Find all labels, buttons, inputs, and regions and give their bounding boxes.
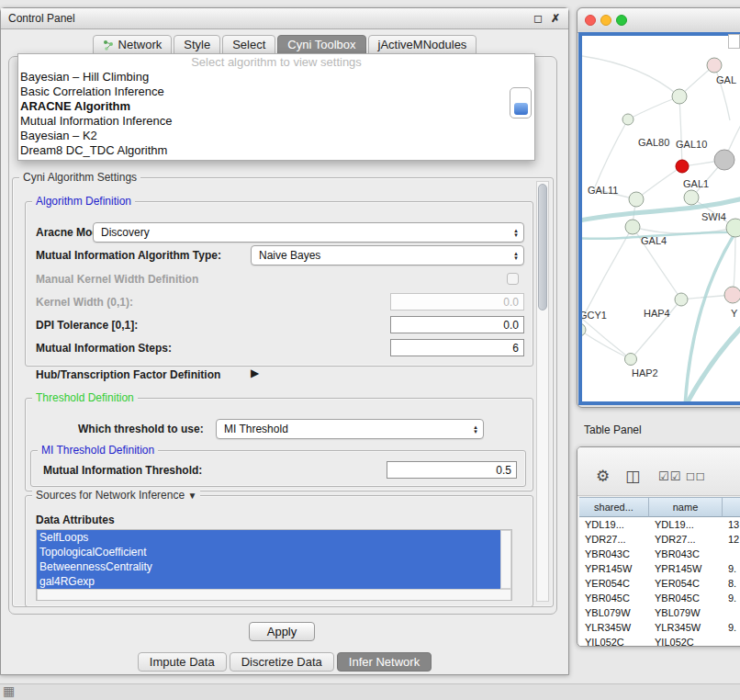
cell-name[interactable]: YBR043C bbox=[649, 547, 723, 561]
network-node[interactable] bbox=[625, 354, 637, 366]
attribute-item[interactable]: SelfLoops bbox=[37, 530, 503, 545]
algorithm-option[interactable]: Bayesian – Hill Climbing bbox=[18, 70, 534, 85]
table-row[interactable]: YER054C YER054C 8. bbox=[579, 576, 740, 591]
algorithm-option[interactable]: Basic Correlation Inference bbox=[18, 85, 534, 99]
control-panel-titlebar[interactable]: Control Panel ◻ ✗ bbox=[1, 8, 568, 29]
zoom-traffic-light[interactable] bbox=[616, 15, 627, 26]
cell-extra[interactable]: 9. bbox=[723, 561, 740, 576]
network-canvas[interactable]: GAL GAL80 GAL10 GAL11 GAL1 SWI4 GAL4 GCY… bbox=[582, 36, 740, 401]
network-node[interactable] bbox=[724, 287, 740, 303]
gear-icon[interactable]: ⚙ bbox=[596, 467, 610, 486]
combo-button-fragment[interactable] bbox=[510, 87, 532, 119]
cell-shared-name[interactable]: YDL19... bbox=[579, 517, 649, 532]
data-attributes-list[interactable]: SelfLoops TopologicalCoefficient Between… bbox=[36, 529, 512, 601]
network-edge[interactable] bbox=[582, 56, 679, 96]
tab-network[interactable]: Network bbox=[93, 35, 173, 54]
cell-shared-name[interactable]: YBR045C bbox=[579, 591, 649, 605]
mi-steps-field[interactable]: 6 bbox=[390, 339, 524, 356]
network-node[interactable] bbox=[707, 58, 722, 73]
table-row[interactable]: YBL079W YBL079W bbox=[579, 605, 740, 620]
algorithm-option[interactable]: Mutual Information Inference bbox=[18, 114, 534, 129]
close-icon[interactable]: ✗ bbox=[551, 12, 560, 25]
table-row[interactable]: YDR27... YDR27... 12 bbox=[579, 532, 740, 547]
algorithm-option[interactable]: Dream8 DC_TDC Algorithm bbox=[18, 143, 534, 158]
tab-jactivemnodules[interactable]: jActiveMNodules bbox=[368, 35, 477, 54]
tab-discretize-data[interactable]: Discretize Data bbox=[230, 652, 334, 672]
network-node[interactable] bbox=[622, 114, 633, 125]
attribute-item[interactable]: gal4RGexp bbox=[37, 574, 503, 589]
expand-arrow-icon[interactable]: ▼ bbox=[187, 491, 196, 501]
network-edge[interactable] bbox=[679, 96, 682, 166]
cell-extra[interactable]: 12 bbox=[723, 532, 740, 547]
cell-name[interactable]: YDR27... bbox=[649, 532, 723, 547]
column-header-shared-name[interactable]: shared... bbox=[579, 497, 649, 517]
network-edge[interactable] bbox=[594, 119, 628, 189]
table-row[interactable]: YDL19... YDL19... 13 bbox=[579, 517, 740, 532]
network-edge[interactable] bbox=[582, 319, 631, 359]
cell-name[interactable]: YBL079W bbox=[649, 605, 723, 620]
cell-name[interactable]: YBR045C bbox=[649, 591, 723, 605]
attribute-item[interactable]: BetweennessCentrality bbox=[37, 559, 503, 574]
mi-algorithm-type-combo[interactable]: Naive Bayes ▴ ▾ bbox=[251, 245, 524, 265]
network-edge[interactable] bbox=[628, 96, 679, 119]
sources-group-title[interactable]: Sources for Network Inference ▼ bbox=[32, 489, 200, 502]
apply-button[interactable]: Apply bbox=[249, 622, 315, 641]
network-edge[interactable] bbox=[636, 166, 682, 199]
table-row[interactable]: YBR043C YBR043C bbox=[579, 547, 740, 561]
columns-icon[interactable]: ◫ bbox=[625, 467, 640, 486]
cell-extra[interactable]: 9. bbox=[723, 591, 740, 605]
cell-extra[interactable]: 13 bbox=[723, 517, 740, 532]
select-all-checkboxes-icon[interactable]: ☑☑ bbox=[658, 469, 681, 483]
cell-shared-name[interactable]: YBR043C bbox=[579, 547, 649, 561]
deselect-all-checkboxes-icon[interactable]: ☐☐ bbox=[686, 471, 706, 483]
network-vscrollbar-stub[interactable] bbox=[728, 34, 740, 49]
cell-extra[interactable]: 9. bbox=[723, 620, 740, 635]
cell-shared-name[interactable]: YDR27... bbox=[579, 532, 649, 547]
network-edge-highlighted[interactable] bbox=[685, 322, 740, 401]
network-node[interactable] bbox=[675, 293, 688, 306]
collapse-arrow-icon[interactable]: ▶ bbox=[251, 367, 259, 379]
cell-name[interactable]: YPR145W bbox=[649, 561, 723, 576]
cell-name[interactable]: YIL052C bbox=[649, 635, 723, 647]
mi-threshold-field[interactable]: 0.5 bbox=[387, 461, 517, 479]
network-node-selected-red[interactable] bbox=[676, 160, 689, 173]
network-edge[interactable] bbox=[582, 227, 633, 319]
manual-kernel-width-checkbox[interactable] bbox=[507, 273, 519, 285]
cell-extra[interactable] bbox=[723, 635, 740, 647]
table-row[interactable]: YPR145W YPR145W 9. bbox=[579, 561, 740, 576]
cell-extra[interactable]: 8. bbox=[723, 576, 740, 591]
close-traffic-light[interactable] bbox=[585, 15, 596, 26]
cell-name[interactable]: YER054C bbox=[649, 576, 723, 591]
network-node[interactable] bbox=[726, 219, 740, 237]
kernel-width-field[interactable]: 0.0 bbox=[390, 293, 524, 310]
cell-extra[interactable] bbox=[723, 547, 740, 561]
cell-shared-name[interactable]: YER054C bbox=[579, 576, 649, 591]
algorithm-option-selected[interactable]: ARACNE Algorithm bbox=[18, 99, 534, 114]
attributes-vscrollbar[interactable] bbox=[500, 530, 511, 589]
float-window-icon[interactable]: ◻ bbox=[533, 12, 543, 25]
grid-icon[interactable]: ▦ bbox=[3, 683, 15, 698]
network-node[interactable] bbox=[684, 190, 699, 205]
cell-shared-name[interactable]: YLR345W bbox=[579, 620, 649, 635]
network-node[interactable] bbox=[629, 192, 644, 207]
network-edge[interactable] bbox=[582, 330, 631, 359]
dpi-tolerance-field[interactable]: 0.0 bbox=[390, 316, 524, 333]
network-node-gray[interactable] bbox=[714, 150, 734, 170]
table-row[interactable]: YLR345W YLR345W 9. bbox=[579, 620, 740, 635]
cell-shared-name[interactable]: YIL052C bbox=[579, 635, 649, 647]
tab-impute-data[interactable]: Impute Data bbox=[138, 652, 227, 672]
tab-cyni-toolbox[interactable]: Cyni Toolbox bbox=[277, 35, 365, 54]
aracne-mode-combo[interactable]: Discovery ▴ ▾ bbox=[93, 222, 524, 243]
column-header-extra[interactable] bbox=[723, 497, 740, 517]
table-row[interactable]: YIL052C YIL052C bbox=[579, 635, 740, 647]
minimize-traffic-light[interactable] bbox=[600, 15, 611, 26]
cell-extra[interactable] bbox=[723, 605, 740, 620]
attributes-hscrollbar[interactable] bbox=[37, 589, 511, 601]
cell-name[interactable]: YLR345W bbox=[649, 620, 723, 635]
which-threshold-combo[interactable]: MI Threshold ▴ ▾ bbox=[216, 419, 484, 439]
column-header-name[interactable]: name bbox=[649, 497, 723, 517]
network-edge-highlighted[interactable] bbox=[685, 232, 735, 401]
attribute-item[interactable]: TopologicalCoefficient bbox=[37, 545, 503, 559]
algorithm-option[interactable]: Bayesian – K2 bbox=[18, 129, 534, 143]
network-edge[interactable] bbox=[714, 65, 730, 120]
